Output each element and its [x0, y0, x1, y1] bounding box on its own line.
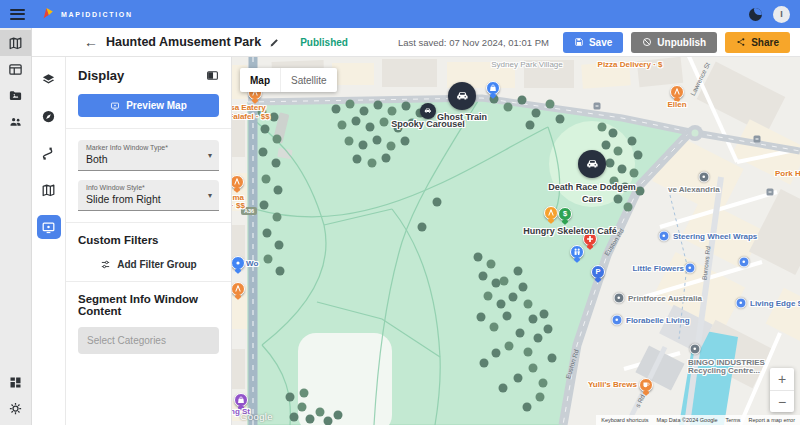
cup-icon	[642, 381, 650, 389]
unpublish-button[interactable]: Unpublish	[631, 32, 717, 53]
compass-icon	[41, 109, 56, 124]
poi-label: Ellen	[667, 100, 686, 109]
transit-stop-icon[interactable]	[594, 103, 601, 110]
poi-label: Yulli's Brews	[588, 380, 637, 389]
map-toolbar: ← Haunted Amusement Park Published Last …	[32, 28, 800, 57]
poi-label: Pork Hut	[775, 169, 800, 178]
save-icon	[574, 37, 584, 47]
keyboard-shortcuts-link[interactable]: Keyboard shortcuts	[601, 417, 648, 423]
brand-mark-icon	[41, 7, 55, 21]
sidebar-item-team[interactable]	[0, 108, 31, 134]
transit-stop-icon[interactable]	[754, 136, 761, 143]
avatar[interactable]: I	[773, 6, 790, 23]
back-button[interactable]: ←	[84, 35, 98, 49]
dining-icon	[547, 209, 555, 217]
share-label: Share	[751, 37, 779, 48]
marker-ghost-train[interactable]	[448, 82, 476, 110]
status-badge: Published	[300, 37, 348, 48]
sidebar-item-media[interactable]	[0, 82, 31, 108]
transit-stop-icon[interactable]	[767, 189, 774, 196]
sidebar-item-maps[interactable]	[0, 30, 31, 56]
poi-icon-alexandria[interactable]	[699, 172, 710, 183]
poi-label: Living Edge Syd	[750, 299, 800, 308]
panel-title: Display	[78, 68, 124, 83]
poi-label: Recycling Centre...	[688, 366, 760, 375]
map-canvas[interactable]: Map Satellite Spooky Carousel Ghost Trai…	[232, 57, 800, 425]
pin-shop-purple[interactable]	[234, 393, 248, 407]
zoom-out-button[interactable]: −	[770, 390, 794, 412]
share-button[interactable]: Share	[725, 32, 790, 53]
edit-title-button[interactable]	[269, 37, 280, 48]
poi-dot-icon	[616, 295, 623, 302]
layers-icon	[41, 72, 56, 87]
marker-death-race-dodgem-cars[interactable]	[578, 150, 606, 178]
poi-label: Florabelle Living	[626, 316, 690, 325]
marker-info-window-type-select[interactable]: Marker Info Window Type* Both ▾	[78, 140, 219, 171]
tab-explore[interactable]	[37, 104, 61, 128]
menu-icon[interactable]	[10, 9, 25, 20]
terms-link[interactable]: Terms	[726, 417, 741, 423]
add-filter-group-button[interactable]: Add Filter Group	[78, 259, 219, 270]
tab-map[interactable]	[37, 178, 61, 202]
poi-label: Sydney Park Village	[491, 60, 562, 69]
info-window-style-select[interactable]: Info Window Style* Slide from Right ▾	[78, 180, 219, 211]
pin-restroom[interactable]	[570, 245, 584, 259]
pin-cafe-dining[interactable]	[544, 206, 558, 220]
route-icon	[41, 146, 56, 161]
poi-dot-icon	[741, 259, 748, 266]
brand-name: MAPIDDICTION	[61, 11, 133, 18]
collapse-panel-button[interactable]	[206, 69, 219, 82]
poi-icon-florabelle[interactable]	[612, 315, 623, 326]
poi-icon-living-edge[interactable]	[736, 298, 747, 309]
poi-dot-icon	[687, 265, 694, 272]
tab-display[interactable]	[37, 215, 61, 239]
poi-label: ve Alexandria	[668, 185, 720, 194]
map-type-control: Map Satellite	[240, 68, 337, 92]
poi-dot-icon	[661, 233, 668, 240]
page-title: Haunted Amusement Park	[106, 35, 261, 49]
tab-map-view[interactable]: Map	[240, 68, 280, 92]
poi-label: Wo	[246, 259, 258, 268]
tab-satellite-view[interactable]: Satellite	[280, 68, 337, 92]
last-saved-text: Last saved: 07 Nov 2024, 01:01 PM	[398, 37, 549, 48]
dashboard-icon	[8, 375, 23, 390]
collapse-panel-icon	[206, 69, 219, 82]
pin-parking[interactable]: P	[591, 265, 605, 279]
zoom-in-button[interactable]: +	[770, 368, 794, 390]
chevron-down-icon: ▾	[208, 191, 212, 200]
marker-spooky-carousel[interactable]	[420, 103, 436, 119]
poi-icon-bingo[interactable]	[690, 344, 701, 355]
poi-label: · $$	[232, 201, 245, 210]
sidebar-item-dashboard[interactable]	[0, 369, 31, 395]
poi-label: Steering Wheel Wraps	[673, 232, 757, 241]
tab-layers[interactable]	[37, 67, 61, 91]
shopping-bag-icon	[237, 396, 245, 404]
parking-icon: P	[595, 268, 600, 276]
poi-label: Printforce Australia	[628, 294, 702, 303]
report-error-link[interactable]: Report a map error	[749, 417, 795, 423]
table-icon	[8, 62, 23, 77]
map-data-text: Map Data ©2024 Google	[657, 417, 718, 423]
dark-mode-toggle-icon[interactable]	[749, 8, 762, 21]
select-categories-input[interactable]: Select Categories	[78, 327, 219, 354]
poi-icon-steering-wheel-wraps[interactable]	[659, 231, 670, 242]
dining-icon	[233, 178, 241, 186]
car-icon	[454, 88, 471, 105]
top-header: MAPIDDICTION I	[0, 0, 800, 28]
pin-restaurant-ellen[interactable]	[670, 85, 684, 99]
field-value: Slide from Right	[86, 193, 211, 205]
sidebar-item-boards[interactable]	[0, 56, 31, 82]
pin-price[interactable]: $	[558, 207, 572, 221]
sidebar-item-settings[interactable]	[0, 395, 31, 421]
pin-brewery-yullis[interactable]	[639, 378, 653, 392]
poi-icon-little-flowers[interactable]	[685, 263, 696, 274]
poi-icon-printforce[interactable]	[614, 293, 625, 304]
preview-map-button[interactable]: Preview Map	[78, 94, 219, 117]
tab-routes[interactable]	[37, 141, 61, 165]
dollar-icon: $	[563, 210, 567, 218]
poi-icon-unlabeled[interactable]	[739, 257, 750, 268]
marker-label-death-race: Death Race Dodgem Cars	[548, 182, 636, 205]
pin-shopping[interactable]	[486, 81, 500, 95]
save-button[interactable]: Save	[563, 32, 623, 53]
dining-icon	[673, 88, 681, 96]
